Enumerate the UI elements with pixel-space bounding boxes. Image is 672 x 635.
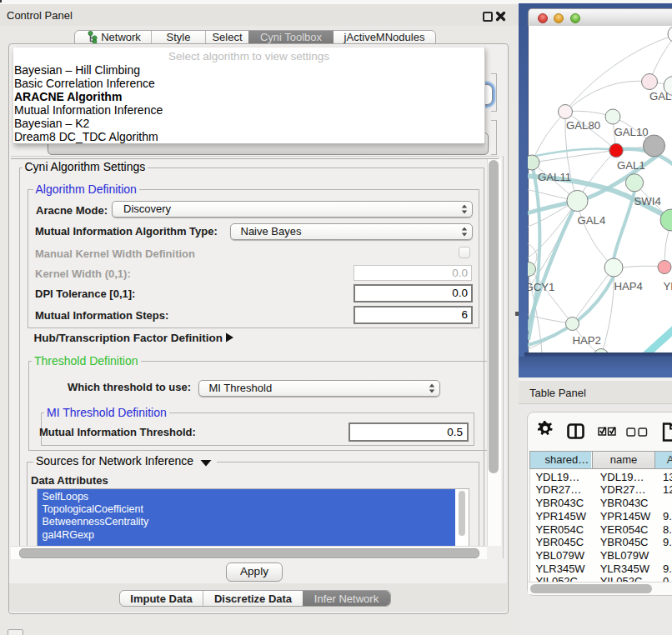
svg-text:GAL10: GAL10 <box>614 126 649 138</box>
svg-text:SWI4: SWI4 <box>634 195 661 208</box>
svg-text:GAL11: GAL11 <box>538 171 571 183</box>
svg-text:GAL4: GAL4 <box>578 214 606 227</box>
svg-text:YB: YB <box>664 280 672 292</box>
svg-text:GAL80: GAL80 <box>566 119 600 132</box>
svg-text:GAL1: GAL1 <box>617 159 645 172</box>
svg-text:HAP4: HAP4 <box>614 280 643 292</box>
svg-text:GCY1: GCY1 <box>528 281 554 293</box>
svg-text:GAL2: GAL2 <box>649 90 672 102</box>
svg-text:HAP2: HAP2 <box>573 334 601 347</box>
